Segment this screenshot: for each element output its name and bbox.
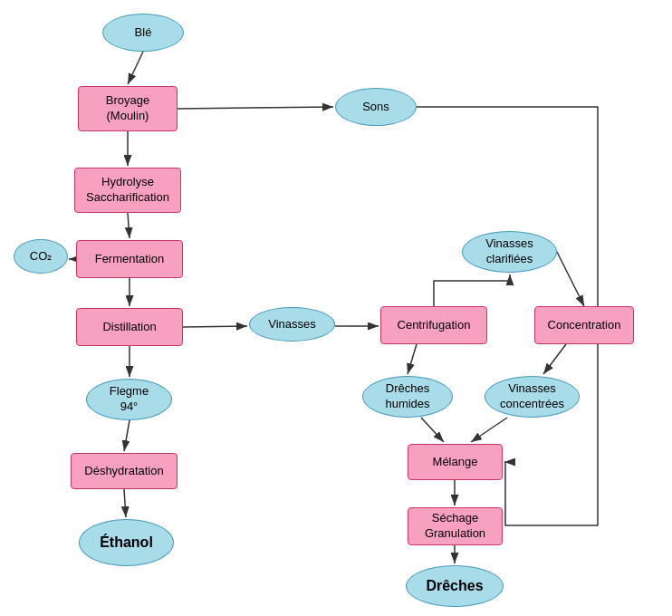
node-vinasses: Vinasses xyxy=(249,307,335,342)
svg-line-1 xyxy=(128,52,143,84)
node-distillation: Distillation xyxy=(76,308,183,346)
node-fermentation: Fermentation xyxy=(76,240,183,278)
svg-line-4 xyxy=(128,213,130,238)
svg-line-14 xyxy=(471,418,507,442)
svg-line-2 xyxy=(178,107,333,109)
node-vinasses_concentrees: Vinasses concentrées xyxy=(485,376,580,418)
node-centrifugation: Centrifugation xyxy=(380,306,487,344)
node-deshydratation: Déshydratation xyxy=(71,453,178,489)
svg-line-7 xyxy=(183,326,247,327)
node-ble: Blé xyxy=(102,14,184,52)
node-hydrolyse: Hydrolyse Saccharification xyxy=(74,168,181,213)
node-dreches: Drêches xyxy=(406,565,504,607)
svg-line-10 xyxy=(124,420,130,451)
node-dreches_humides: Drêches humides xyxy=(362,376,453,418)
node-ethanol: Éthanol xyxy=(79,519,174,566)
node-sons: Sons xyxy=(335,88,417,126)
node-vinasses_clarifiees: Vinasses clarifiées xyxy=(462,231,557,273)
node-broyage: Broyage (Moulin) xyxy=(78,86,178,131)
svg-line-12 xyxy=(557,252,584,306)
svg-line-13 xyxy=(421,418,444,442)
node-concentration: Concentration xyxy=(534,306,634,344)
node-co2: CO₂ xyxy=(14,239,68,274)
node-melange: Mélange xyxy=(408,444,503,480)
node-sechage: Séchage Granulation xyxy=(408,507,503,545)
process-diagram: BléBroyage (Moulin)SonsHydrolyse Sacchar… xyxy=(0,0,672,616)
node-flegme: Flegme 94° xyxy=(86,379,172,420)
svg-line-11 xyxy=(124,489,126,517)
